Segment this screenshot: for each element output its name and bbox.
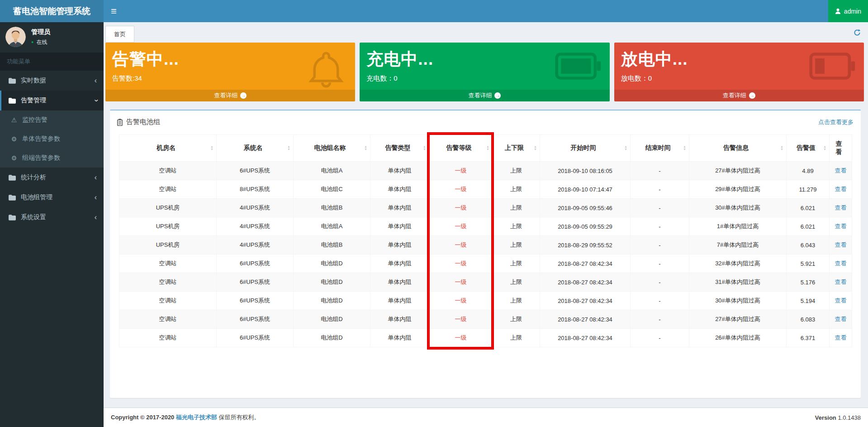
arrow-circle-right-icon: → [240, 92, 247, 99]
panel-title: 告警电池组 [126, 118, 160, 126]
online-dot-icon: ● [31, 40, 33, 44]
sidebar-item-label: 单体告警参数 [22, 135, 60, 143]
sidebar-item-statistics[interactable]: 统计分析 ‹ [0, 168, 104, 187]
column-header[interactable]: 上下限▲▼ [493, 135, 540, 162]
sort-arrows-icon[interactable]: ▲▼ [486, 145, 489, 151]
table-cell: 上限 [493, 310, 540, 329]
folder-icon [8, 215, 16, 221]
column-header[interactable]: 告警信息▲▼ [689, 135, 787, 162]
sort-arrows-icon[interactable]: ▲▼ [287, 145, 290, 151]
alarm-level-value: 一级 [455, 316, 467, 322]
view-link[interactable]: 查看 [835, 204, 847, 211]
copyright-prefix: Copyright © 2017-2020 [111, 414, 174, 421]
view-link[interactable]: 查看 [835, 297, 847, 304]
column-header[interactable]: 结束时间▲▼ [631, 135, 689, 162]
sort-arrows-icon[interactable]: ▲▼ [423, 145, 426, 151]
sidebar-item-realtime-data[interactable]: 实时数据 ‹ [0, 71, 104, 91]
avatar [5, 27, 26, 47]
sort-arrows-icon[interactable]: ▲▼ [210, 145, 213, 151]
table-cell: 电池组A [294, 162, 370, 180]
card-detail-button[interactable]: 查看详细 → [105, 90, 355, 101]
sidebar: 管理员 ● 在线 功能菜单 实时数据 ‹ 告警管理 ‹ ⚠ [0, 22, 104, 427]
sidebar-item-monitor-alarm[interactable]: ⚠ 监控告警 [0, 110, 104, 130]
sort-arrows-icon[interactable]: ▲▼ [534, 145, 537, 151]
version-text: Version 1.0.1438 [815, 414, 861, 421]
column-header-label: 告警值 [797, 144, 816, 151]
sort-arrows-icon[interactable]: ▲▼ [364, 145, 367, 151]
table-cell[interactable]: 查看 [830, 236, 852, 254]
column-header: 查看 [830, 135, 852, 162]
panel-header: 告警电池组 点击查看更多 [110, 110, 861, 131]
table-cell: 单体内阻 [370, 329, 429, 347]
table-cell: 8#UPS系统 [217, 180, 294, 199]
sort-arrows-icon[interactable]: ▲▼ [683, 145, 686, 151]
table-cell: 电池组B [294, 199, 370, 217]
column-header[interactable]: 告警等级▲▼ [429, 135, 493, 162]
column-header-label: 告警等级 [446, 144, 472, 151]
table-cell: 5.194 [787, 292, 830, 310]
table-cell: 空调站 [119, 273, 217, 292]
sidebar-item-system-settings[interactable]: 系统设置 ‹ [0, 207, 104, 227]
view-link[interactable]: 查看 [835, 334, 847, 341]
refresh-icon[interactable] [854, 22, 861, 43]
table-cell: 空调站 [119, 162, 217, 180]
table-cell: 2018-08-27 08:42:34 [540, 329, 631, 347]
view-link[interactable]: 查看 [835, 223, 847, 230]
arrow-circle-right-icon: → [749, 92, 755, 99]
sort-arrows-icon[interactable]: ▲▼ [624, 145, 627, 151]
column-header[interactable]: 系统名▲▼ [217, 135, 294, 162]
table-row: UPS机房4#UPS系统电池组A单体内阻一级上限2018-09-05 09:55… [119, 217, 852, 236]
alarm-management-submenu: ⚠ 监控告警 ⚙ 单体告警参数 ⚙ 组端告警参数 [0, 110, 104, 168]
table-cell[interactable]: 查看 [830, 199, 852, 217]
sort-arrows-icon[interactable]: ▲▼ [780, 145, 783, 151]
card-detail-label: 查看详细 [723, 91, 746, 100]
column-header[interactable]: 电池组名称▲▼ [294, 135, 370, 162]
view-more-link[interactable]: 点击查看更多 [818, 118, 854, 126]
table-row: UPS机房4#UPS系统电池组B单体内阻一级上限2018-08-29 09:55… [119, 236, 852, 254]
sidebar-item-alarm-management[interactable]: 告警管理 ‹ [0, 91, 104, 110]
table-cell: 4#UPS系统 [217, 199, 294, 217]
card-detail-button[interactable]: 查看详细 → [360, 90, 609, 101]
column-header-label: 机房名 [157, 144, 175, 151]
table-cell[interactable]: 查看 [830, 310, 852, 329]
column-header[interactable]: 机房名▲▼ [119, 135, 217, 162]
table-cell: 29#单体内阻过高 [689, 180, 787, 199]
table-cell[interactable]: 查看 [830, 180, 852, 199]
chevron-down-icon: ‹ [92, 99, 99, 101]
table-cell[interactable]: 查看 [830, 273, 852, 292]
table-cell: 4#UPS系统 [217, 217, 294, 236]
sidebar-item-battery-group-management[interactable]: 电池组管理 ‹ [0, 187, 104, 207]
gears-icon: ⚙ [10, 135, 18, 143]
table-cell[interactable]: 查看 [830, 254, 852, 273]
view-link[interactable]: 查看 [835, 260, 847, 267]
battery-low-icon [809, 49, 856, 85]
table-cell: 一级 [429, 292, 493, 310]
column-header[interactable]: 开始时间▲▼ [540, 135, 631, 162]
table-cell: 电池组D [294, 310, 370, 329]
user-menu-button[interactable]: admin [828, 0, 868, 22]
view-link[interactable]: 查看 [835, 278, 847, 285]
table-cell: - [631, 292, 689, 310]
table-cell[interactable]: 查看 [830, 217, 852, 236]
sidebar-item-label: 组端告警参数 [22, 154, 60, 162]
sidebar-toggle-button[interactable]: ≡ [104, 0, 124, 22]
table-cell: 上限 [493, 162, 540, 180]
table-row: UPS机房4#UPS系统电池组B单体内阻一级上限2018-09-05 09:55… [119, 199, 852, 217]
column-header[interactable]: 告警值▲▼ [787, 135, 830, 162]
view-link[interactable]: 查看 [835, 241, 847, 248]
table-cell: 单体内阻 [370, 273, 429, 292]
view-link[interactable]: 查看 [835, 316, 847, 322]
sort-arrows-icon[interactable]: ▲▼ [823, 145, 826, 151]
user-panel: 管理员 ● 在线 [0, 22, 104, 53]
table-cell[interactable]: 查看 [830, 162, 852, 180]
table-cell[interactable]: 查看 [830, 329, 852, 347]
view-link[interactable]: 查看 [835, 167, 847, 174]
sidebar-item-cell-alarm-params[interactable]: ⚙ 单体告警参数 [0, 130, 104, 149]
card-detail-button[interactable]: 查看详细 → [614, 90, 864, 101]
company-link[interactable]: 福光电子技术部 [176, 414, 217, 421]
column-header[interactable]: 告警类型▲▼ [370, 135, 429, 162]
tab-home[interactable]: 首页 [105, 26, 134, 43]
table-cell[interactable]: 查看 [830, 292, 852, 310]
view-link[interactable]: 查看 [835, 186, 847, 192]
sidebar-item-group-alarm-params[interactable]: ⚙ 组端告警参数 [0, 149, 104, 168]
